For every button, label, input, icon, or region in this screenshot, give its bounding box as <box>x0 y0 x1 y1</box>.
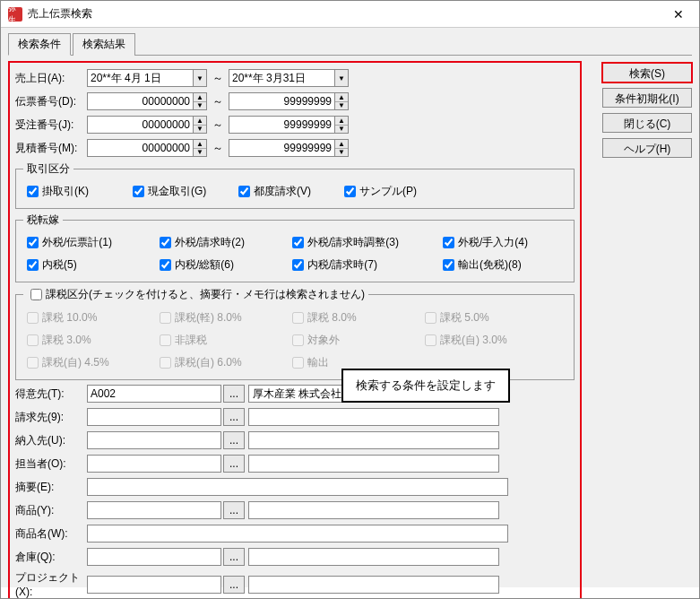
cb-ts-5[interactable]: 内税/総額(6) <box>156 256 272 273</box>
cb-tc-2: 課税 8.0% <box>289 309 405 326</box>
search-button[interactable]: 検索(S) <box>602 63 692 82</box>
range-separator: ～ <box>212 71 223 86</box>
init-button[interactable]: 条件初期化(I) <box>602 88 692 108</box>
bill-to-lookup-button[interactable]: ... <box>223 408 245 426</box>
staff-input[interactable] <box>87 455 221 473</box>
spinner-icon[interactable]: ▲▼ <box>334 139 349 157</box>
sales-date-from[interactable]: ▼ <box>87 69 207 87</box>
cb-sample[interactable]: サンプル(P) <box>341 183 430 200</box>
ship-to-display <box>248 431 499 449</box>
transaction-type-legend: 取引区分 <box>23 161 73 177</box>
label-warehouse: 倉庫(Q): <box>15 550 87 565</box>
warehouse-lookup-button[interactable]: ... <box>223 548 245 566</box>
tax-class-legend[interactable]: 課税区分(チェックを付けると、摘要行・メモ行は検索されません) <box>23 286 368 303</box>
slip-no-from[interactable]: ▲▼ <box>87 92 207 110</box>
cb-tc-0: 課税 10.0% <box>23 309 140 326</box>
dropdown-icon[interactable]: ▼ <box>334 69 349 87</box>
cb-tc-7: 課税(自) 3.0% <box>421 332 529 349</box>
spinner-icon[interactable]: ▲▼ <box>193 116 207 134</box>
cb-tc-5: 非課税 <box>156 332 272 349</box>
project-lookup-button[interactable]: ... <box>223 576 245 594</box>
bill-to-input[interactable] <box>87 408 221 426</box>
label-staff: 担当者(O): <box>15 456 87 472</box>
ship-to-lookup-button[interactable]: ... <box>223 431 245 449</box>
project-display <box>248 576 499 594</box>
cb-ts-2[interactable]: 外税/請求時調整(3) <box>289 234 423 251</box>
cb-ts-1[interactable]: 外税/請求時(2) <box>156 234 272 251</box>
label-product-name: 商品名(W): <box>15 526 87 542</box>
staff-lookup-button[interactable]: ... <box>223 455 245 473</box>
label-quote-no: 見積番号(M): <box>15 141 87 156</box>
slip-no-to-input[interactable] <box>229 92 334 110</box>
ship-to-input[interactable] <box>87 431 221 449</box>
window-close-button[interactable]: ✕ <box>658 1 699 27</box>
annotation-callout: 検索する条件を設定します <box>341 369 510 403</box>
summary-input[interactable] <box>87 478 508 496</box>
quote-no-to[interactable]: ▲▼ <box>229 139 349 157</box>
close-button[interactable]: 閉じる(C) <box>602 113 692 133</box>
dropdown-icon[interactable]: ▼ <box>193 69 207 87</box>
label-sales-date: 売上日(A): <box>15 71 87 86</box>
label-customer: 得意先(T): <box>15 386 87 402</box>
search-form: 売上日(A): ▼ ～ ▼ 伝票番号(D): ▲▼ ～ ▲▼ 受注番号(J): … <box>8 61 582 599</box>
staff-display <box>248 455 499 473</box>
product-name-input[interactable] <box>87 525 508 543</box>
label-order-no: 受注番号(J): <box>15 117 87 133</box>
label-project: プロジェクト(X): <box>15 570 87 598</box>
cb-ts-6[interactable]: 内税/請求時(7) <box>289 256 423 273</box>
spinner-icon[interactable]: ▲▼ <box>193 139 207 157</box>
product-input[interactable] <box>87 501 221 519</box>
warehouse-input[interactable] <box>87 548 221 566</box>
label-slip-no: 伝票番号(D): <box>15 94 87 109</box>
customer-code-input[interactable] <box>87 385 221 403</box>
cb-each[interactable]: 都度請求(V) <box>235 183 324 200</box>
cb-ts-3[interactable]: 外税/手入力(4) <box>439 234 547 251</box>
label-product: 商品(Y): <box>15 503 87 518</box>
order-no-from[interactable]: ▲▼ <box>87 116 207 134</box>
customer-lookup-button[interactable]: ... <box>223 385 245 403</box>
spinner-icon[interactable]: ▲▼ <box>193 92 207 110</box>
cb-tc-8: 課税(自) 4.5% <box>23 354 140 371</box>
cb-cash[interactable]: 現金取引(G) <box>129 183 219 200</box>
tax-shift-group: 税転嫁 外税/伝票計(1) 外税/請求時(2) 外税/請求時調整(3) 外税/手… <box>15 213 575 282</box>
app-logo: 弥生 <box>8 7 22 22</box>
cb-tc-3: 課税 5.0% <box>421 309 529 326</box>
label-ship-to: 納入先(U): <box>15 433 87 448</box>
tax-shift-legend: 税転嫁 <box>23 213 63 228</box>
action-buttons: 検索(S) 条件初期化(I) 閉じる(C) ヘルプ(H) <box>589 61 692 599</box>
sales-date-to[interactable]: ▼ <box>229 69 349 87</box>
cb-ts-0[interactable]: 外税/伝票計(1) <box>23 234 140 251</box>
bill-to-display <box>248 408 499 426</box>
transaction-type-group: 取引区分 掛取引(K) 現金取引(G) 都度請求(V) サンプル(P) <box>15 161 575 209</box>
product-lookup-button[interactable]: ... <box>223 501 245 519</box>
cb-tc-6: 対象外 <box>289 332 405 349</box>
tab-search-conditions[interactable]: 検索条件 <box>8 33 71 56</box>
slip-no-to[interactable]: ▲▼ <box>229 92 349 110</box>
cb-tc-1: 課税(軽) 8.0% <box>156 309 272 326</box>
quote-no-from[interactable]: ▲▼ <box>87 139 207 157</box>
sales-date-from-input[interactable] <box>87 69 193 87</box>
cb-tc-4: 課税 3.0% <box>23 332 140 349</box>
title-bar: 弥生 売上伝票検索 ✕ <box>1 1 699 28</box>
tab-strip: 検索条件 検索結果 <box>8 33 692 56</box>
help-button[interactable]: ヘルプ(H) <box>602 138 692 158</box>
project-input[interactable] <box>87 576 221 594</box>
product-display <box>248 501 499 519</box>
tab-search-results[interactable]: 検索結果 <box>73 33 135 56</box>
cb-ts-7[interactable]: 輸出(免税)(8) <box>439 256 547 273</box>
label-summary: 摘要(E): <box>15 480 87 495</box>
cb-tc-9: 課税(自) 6.0% <box>156 354 272 371</box>
slip-no-from-input[interactable] <box>87 92 193 110</box>
label-bill-to: 請求先(9): <box>15 410 87 425</box>
order-no-to[interactable]: ▲▼ <box>229 116 349 134</box>
tax-class-group: 課税区分(チェックを付けると、摘要行・メモ行は検索されません) 課税 10.0%… <box>15 286 575 380</box>
cb-kake[interactable]: 掛取引(K) <box>23 183 113 200</box>
warehouse-display <box>248 548 499 566</box>
sales-date-to-input[interactable] <box>229 69 334 87</box>
cb-ts-4[interactable]: 内税(5) <box>23 256 140 273</box>
window-title: 売上伝票検索 <box>28 6 92 22</box>
spinner-icon[interactable]: ▲▼ <box>334 92 349 110</box>
spinner-icon[interactable]: ▲▼ <box>334 116 349 134</box>
